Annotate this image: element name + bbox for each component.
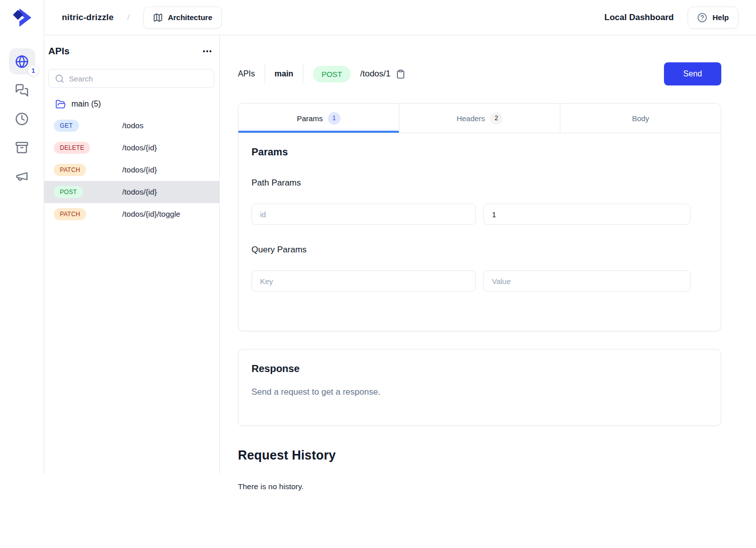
breadcrumb-api: main bbox=[275, 69, 293, 78]
method-badge: PATCH bbox=[54, 164, 86, 176]
tab-headers[interactable]: Headers 2 bbox=[399, 104, 560, 133]
params-title: Params bbox=[251, 146, 708, 158]
send-button[interactable]: Send bbox=[664, 62, 721, 85]
tab-params-badge: 1 bbox=[328, 112, 341, 125]
method-badge: DELETE bbox=[54, 142, 90, 154]
breadcrumb-separator: / bbox=[127, 13, 130, 23]
request-history-title: Request History bbox=[238, 448, 756, 463]
rail-item-apis[interactable]: 1 bbox=[9, 48, 35, 74]
copy-path-button[interactable] bbox=[396, 69, 405, 79]
breadcrumb: APIs main POST /todos/1 bbox=[238, 64, 405, 84]
search-input[interactable] bbox=[69, 74, 208, 83]
nitric-logo-icon bbox=[11, 7, 33, 29]
endpoint-path: /todos/{id}/toggle bbox=[122, 210, 181, 219]
tab-body[interactable]: Body bbox=[560, 104, 721, 133]
chat-bubbles-icon bbox=[15, 83, 29, 97]
sidebar-title: APIs bbox=[48, 46, 69, 57]
method-badge: POST bbox=[54, 186, 83, 198]
response-card: Response Send a request to get a respons… bbox=[238, 349, 721, 426]
globe-icon bbox=[15, 55, 29, 68]
breadcrumb-divider bbox=[303, 64, 303, 84]
tab-headers-badge: 2 bbox=[490, 112, 502, 125]
rail-item-topics[interactable] bbox=[9, 163, 35, 189]
rail-item-websockets[interactable] bbox=[9, 77, 35, 103]
query-param-value-input[interactable] bbox=[483, 270, 691, 292]
endpoint-list: GET /todos DELETE /todos/{id} PATCH /tod… bbox=[44, 115, 219, 225]
api-group-label: main (5) bbox=[71, 100, 101, 109]
rail-item-schedules[interactable] bbox=[9, 106, 35, 132]
sidebar-menu-button[interactable] bbox=[200, 44, 214, 58]
top-bar: nitric-drizzle / Architecture Local Dash… bbox=[0, 0, 756, 35]
tab-params-label: Params bbox=[297, 114, 323, 123]
path-params-title: Path Params bbox=[251, 178, 708, 188]
help-button-label: Help bbox=[712, 13, 729, 22]
endpoint-path: /todos/{id} bbox=[122, 143, 157, 152]
request-toolbar: APIs main POST /todos/1 Send bbox=[238, 62, 721, 85]
endpoint-row[interactable]: DELETE /todos/{id} bbox=[44, 137, 219, 159]
sidebar-head: APIs bbox=[44, 44, 219, 88]
query-params-title: Query Params bbox=[251, 245, 708, 255]
endpoint-path: /todos bbox=[122, 121, 143, 130]
clock-icon bbox=[15, 112, 29, 126]
storage-box-icon bbox=[15, 141, 29, 154]
help-button[interactable]: Help bbox=[688, 7, 738, 29]
nitric-logo bbox=[0, 0, 44, 35]
search-icon bbox=[55, 74, 64, 83]
folder-open-icon bbox=[55, 99, 66, 110]
method-badge: PATCH bbox=[54, 208, 86, 220]
path-param-key-input[interactable] bbox=[251, 204, 476, 225]
tab-body-label: Body bbox=[632, 114, 649, 123]
method-pill: POST bbox=[313, 66, 351, 82]
response-title: Response bbox=[251, 363, 708, 375]
megaphone-icon bbox=[15, 169, 29, 183]
path-param-value-input[interactable] bbox=[483, 204, 691, 225]
method-badge: GET bbox=[54, 120, 79, 132]
architecture-button-label: Architecture bbox=[168, 13, 212, 22]
path-params-row bbox=[251, 204, 708, 225]
tab-params[interactable]: Params 1 bbox=[238, 104, 399, 133]
app-shell: 1 bbox=[0, 35, 756, 474]
apis-count-badge: 1 bbox=[28, 65, 39, 76]
apis-sidebar: APIs main (5) GET bbox=[44, 35, 220, 474]
request-tabs: Params 1 Headers 2 Body bbox=[238, 104, 721, 133]
rail-item-storage[interactable] bbox=[9, 134, 35, 160]
response-empty-message: Send a request to get a response. bbox=[251, 387, 708, 397]
local-dashboard-label: Local Dashboard bbox=[605, 13, 674, 23]
history-empty-message: There is no history. bbox=[238, 482, 756, 491]
query-params-row bbox=[251, 270, 708, 292]
clipboard-icon bbox=[396, 69, 405, 79]
breadcrumb-divider bbox=[265, 64, 265, 84]
endpoint-path: /todos/{id} bbox=[122, 188, 157, 197]
params-panel: Params Path Params Query Params bbox=[238, 133, 721, 331]
header-main: nitric-drizzle / Architecture Local Dash… bbox=[44, 0, 756, 35]
api-group-main[interactable]: main (5) bbox=[44, 96, 219, 113]
breadcrumb-root: APIs bbox=[238, 69, 255, 78]
endpoint-path: /todos/{id} bbox=[122, 165, 157, 174]
search-box[interactable] bbox=[48, 69, 214, 88]
project-title: nitric-drizzle bbox=[62, 13, 114, 23]
architecture-button[interactable]: Architecture bbox=[143, 7, 222, 29]
endpoint-row[interactable]: PATCH /todos/{id} bbox=[44, 159, 219, 181]
query-param-key-input[interactable] bbox=[251, 270, 476, 292]
main-content: APIs main POST /todos/1 Send Params bbox=[220, 35, 756, 474]
endpoint-row[interactable]: GET /todos bbox=[44, 115, 219, 137]
request-path: /todos/1 bbox=[360, 69, 391, 79]
ellipsis-icon bbox=[202, 46, 213, 57]
nav-rail: 1 bbox=[0, 35, 44, 474]
request-card: Params 1 Headers 2 Body Params Path Para… bbox=[238, 103, 721, 331]
map-icon bbox=[153, 13, 163, 23]
endpoint-row[interactable]: POST /todos/{id} bbox=[44, 181, 219, 203]
endpoint-row[interactable]: PATCH /todos/{id}/toggle bbox=[44, 203, 219, 225]
tab-headers-label: Headers bbox=[457, 114, 485, 123]
help-circle-icon bbox=[697, 13, 707, 23]
